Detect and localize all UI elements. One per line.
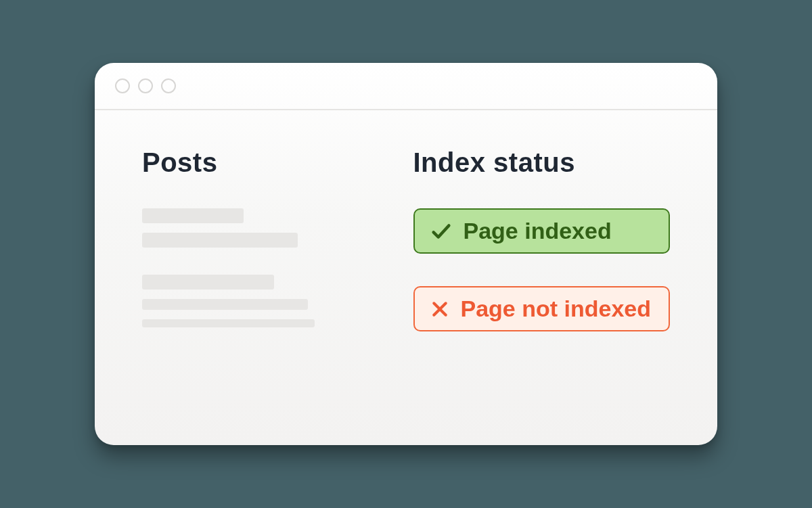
window-control-minimize[interactable]	[138, 78, 153, 93]
status-column-header: Index status	[413, 147, 671, 178]
app-window: Posts Index status	[95, 63, 717, 445]
status-column: Index status Page indexed Page not	[413, 147, 671, 354]
status-badge-label: Page indexed	[464, 218, 612, 244]
placeholder-line	[142, 319, 315, 327]
content-area: Posts Index status	[95, 110, 717, 388]
status-badge-not-indexed: Page not indexed	[413, 286, 671, 331]
status-badge-indexed: Page indexed	[413, 208, 671, 254]
posts-column-header: Posts	[142, 147, 353, 178]
post-row-placeholder	[142, 275, 353, 327]
placeholder-line	[142, 299, 308, 310]
window-titlebar	[95, 63, 717, 110]
window-control-close[interactable]	[115, 78, 130, 93]
placeholder-line	[142, 275, 274, 290]
window-control-zoom[interactable]	[161, 78, 176, 93]
placeholder-line	[142, 233, 298, 248]
status-badge-label: Page not indexed	[461, 296, 652, 322]
post-row-placeholder	[142, 208, 353, 248]
posts-column: Posts	[142, 147, 353, 354]
x-icon	[430, 299, 450, 319]
placeholder-line	[142, 208, 244, 223]
check-icon	[430, 220, 453, 243]
